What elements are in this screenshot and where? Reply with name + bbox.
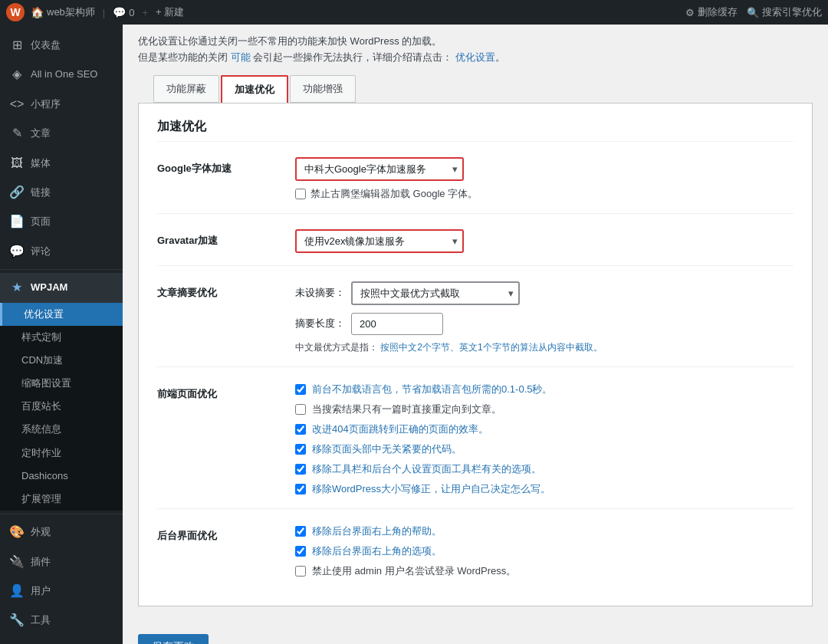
frontend-item-no-lang: 前台不加载语言包，节省加载语言包所需的0.1-0.5秒。 [295, 383, 794, 396]
pages-icon: 📄 [9, 213, 25, 230]
frontend-label-no-lang[interactable]: 前台不加载语言包，节省加载语言包所需的0.1-0.5秒。 [312, 383, 552, 396]
sidebar-item-wpjam[interactable]: ★ WPJAM [0, 273, 123, 302]
frontend-opt-control: 前台不加载语言包，节省加载语言包所需的0.1-0.5秒。 当搜索结果只有一篇时直… [295, 383, 794, 496]
frontend-label-redirect-search[interactable]: 当搜索结果只有一篇时直接重定向到文章。 [312, 402, 501, 416]
mini-programs-icon: <> [9, 96, 25, 113]
admin-bar-new[interactable]: + 新建 [156, 5, 184, 19]
section-title: 加速优化 [157, 119, 794, 142]
settings-card: 加速优化 Google字体加速 中科大Google字体加速服务 关闭 禁止古腾堡… [138, 103, 813, 606]
save-button[interactable]: 保存更改 [138, 634, 209, 644]
admin-bar-comments[interactable]: 💬 0 [113, 6, 134, 18]
backend-check-remove-options[interactable] [295, 546, 306, 557]
sidebar-item-dashboard[interactable]: ⊞ 仪表盘 [0, 31, 123, 60]
sidebar-item-users[interactable]: 👤 用户 [0, 577, 123, 606]
sidebar-item-pages[interactable]: 📄 页面 [0, 207, 123, 236]
sidebar-item-cdn[interactable]: CDN加速 [0, 349, 123, 372]
frontend-item-remove-head: 移除页面头部中无关紧要的代码。 [295, 442, 794, 456]
sidebar-item-plugins[interactable]: 🔌 插件 [0, 547, 123, 577]
frontend-check-remove-case[interactable] [295, 484, 306, 495]
backend-item-remove-help: 移除后台界面右上角的帮助。 [295, 524, 794, 538]
admin-bar: W 🏠 web架构师 | 💬 0 + + 新建 ⚙ 删除缓存 🔍 搜索引擎优化 [0, 0, 828, 25]
frontend-checkbox-list: 前台不加载语言包，节省加载语言包所需的0.1-0.5秒。 当搜索结果只有一篇时直… [295, 383, 794, 496]
gravatar-select-wrapper: 使用v2ex镜像加速服务 关闭 [295, 229, 464, 253]
sidebar-item-tools[interactable]: 🔧 工具 [0, 606, 123, 635]
backend-label-no-admin-login[interactable]: 禁止使用 admin 用户名尝试登录 WordPress。 [312, 564, 516, 578]
backend-label-remove-help[interactable]: 移除后台界面右上角的帮助。 [312, 524, 442, 538]
gravatar-select[interactable]: 使用v2ex镜像加速服务 关闭 [295, 229, 464, 253]
frontend-label-remove-toolbar[interactable]: 移除工具栏和后台个人设置页面工具栏有关的选项。 [312, 462, 541, 476]
frontend-check-remove-toolbar[interactable] [295, 464, 306, 475]
excerpt-control: 未设摘要： 按照中文最优方式截取 关闭 摘要长度： 200 中文 [295, 281, 794, 354]
tabs-bar: 功能屏蔽 加速优化 功能增强 [138, 75, 813, 103]
backend-check-remove-help[interactable] [295, 526, 306, 537]
backend-checkbox-list: 移除后台界面右上角的帮助。 移除后台界面右上角的选项。 禁止使用 admin 用… [295, 524, 794, 578]
frontend-opt-row: 前端页面优化 前台不加载语言包，节省加载语言包所需的0.1-0.5秒。 当搜索结… [157, 383, 794, 509]
excerpt-note-link[interactable]: 按照中文2个字节、英文1个字节的算法从内容中截取。 [380, 342, 602, 353]
admin-bar-seo[interactable]: 🔍 搜索引擎优化 [747, 5, 822, 19]
wpjam-icon: ★ [9, 279, 25, 296]
google-font-checkbox[interactable] [295, 189, 306, 199]
tab-feature-hide[interactable]: 功能屏蔽 [153, 75, 219, 103]
tab-speed-opt[interactable]: 加速优化 [221, 75, 288, 103]
sidebar-item-dashicons[interactable]: Dashicons [0, 465, 123, 488]
excerpt-method-select[interactable]: 按照中文最优方式截取 关闭 [351, 281, 520, 305]
frontend-check-redirect-search[interactable] [295, 404, 306, 415]
frontend-opt-label: 前端页面优化 [157, 383, 295, 401]
sidebar-item-appearance[interactable]: 🎨 外观 [0, 518, 123, 547]
sidebar-item-thumbnail[interactable]: 缩略图设置 [0, 372, 123, 395]
frontend-label-remove-case[interactable]: 移除WordPress大小写修正，让用户自己决定怎么写。 [312, 482, 550, 496]
frontend-check-no-lang[interactable] [295, 384, 306, 395]
backend-item-no-admin-login: 禁止使用 admin 用户名尝试登录 WordPress。 [295, 564, 794, 578]
google-font-checkbox-label[interactable]: 禁止古腾堡编辑器加载 Google 字体。 [310, 187, 478, 201]
sidebar-item-extensions[interactable]: 扩展管理 [0, 488, 123, 511]
sidebar-item-articles[interactable]: ✎ 文章 [0, 119, 123, 148]
frontend-label-fix-404[interactable]: 改进404页面跳转到正确的页面的效率。 [312, 422, 488, 436]
backend-label-remove-options[interactable]: 移除后台界面右上角的选项。 [312, 544, 442, 558]
google-font-control: 中科大Google字体加速服务 关闭 禁止古腾堡编辑器加载 Google 字体。 [295, 157, 794, 201]
users-icon: 👤 [9, 583, 25, 600]
sidebar-item-links[interactable]: 🔗 链接 [0, 178, 123, 207]
frontend-check-remove-head[interactable] [295, 444, 306, 455]
sidebar-item-style-custom[interactable]: 样式定制 [0, 326, 123, 349]
main-layout: ⊞ 仪表盘 ◈ All in One SEO <> 小程序 ✎ 文章 🖼 媒体 … [0, 25, 828, 644]
excerpt-length-input[interactable]: 200 [351, 313, 443, 335]
backend-check-no-admin-login[interactable] [295, 566, 306, 577]
sidebar-item-media[interactable]: 🖼 媒体 [0, 149, 123, 178]
sidebar-item-aio-seo[interactable]: ◈ All in One SEO [0, 60, 123, 89]
sidebar-item-sys-info[interactable]: 系统信息 [0, 418, 123, 441]
google-font-select[interactable]: 中科大Google字体加速服务 关闭 [295, 157, 464, 181]
frontend-check-fix-404[interactable] [295, 424, 306, 435]
media-icon: 🖼 [9, 155, 25, 172]
wp-logo[interactable]: W [6, 3, 25, 21]
excerpt-note: 中文最优方式是指： 按照中文2个字节、英文1个字节的算法从内容中截取。 [295, 341, 794, 354]
sidebar-item-opt-settings[interactable]: 优化设置 [0, 303, 123, 326]
sidebar-divider-1 [0, 269, 123, 270]
sidebar-item-cron[interactable]: 定时作业 [0, 442, 123, 465]
appearance-icon: 🎨 [9, 524, 25, 540]
sidebar-item-mini-programs[interactable]: <> 小程序 [0, 90, 123, 119]
admin-bar-site[interactable]: 🏠 web架构师 [31, 5, 95, 19]
excerpt-label: 文章摘要优化 [157, 281, 295, 300]
tools-icon: 🔧 [9, 612, 25, 629]
frontend-item-redirect-search: 当搜索结果只有一篇时直接重定向到文章。 [295, 402, 794, 416]
sidebar-item-baidu[interactable]: 百度站长 [0, 395, 123, 418]
tab-feature-add[interactable]: 功能增强 [290, 75, 356, 103]
admin-bar-cache[interactable]: ⚙ 删除缓存 [685, 5, 738, 19]
sidebar-item-comments[interactable]: 💬 评论 [0, 237, 123, 266]
links-icon: 🔗 [9, 184, 25, 201]
sidebar-item-settings[interactable]: ⚙ 设置 [0, 636, 123, 644]
backend-opt-label: 后台界面优化 [157, 524, 295, 543]
aio-seo-icon: ◈ [9, 66, 25, 83]
excerpt-unsettled-label: 未设摘要： [295, 286, 345, 300]
opt-settings-link[interactable]: 优化设置 [455, 51, 495, 63]
frontend-label-remove-head[interactable]: 移除页面头部中无关紧要的代码。 [312, 442, 462, 456]
google-font-checkbox-row: 禁止古腾堡编辑器加载 Google 字体。 [295, 187, 794, 201]
frontend-item-remove-case: 移除WordPress大小写修正，让用户自己决定怎么写。 [295, 482, 794, 496]
excerpt-method-wrapper: 按照中文最优方式截取 关闭 [351, 281, 520, 305]
articles-icon: ✎ [9, 125, 25, 142]
backend-opt-row: 后台界面优化 移除后台界面右上角的帮助。 移除后台界面右上角的选项。 [157, 524, 794, 590]
comments-icon: 💬 [9, 243, 25, 260]
content-area: 优化设置让你通过关闭一些不常用的功能来加快 WordPress 的加载。 但是某… [123, 25, 828, 644]
gravatar-row: Gravatar加速 使用v2ex镜像加速服务 关闭 [157, 229, 794, 266]
sidebar-divider-2 [0, 514, 123, 514]
